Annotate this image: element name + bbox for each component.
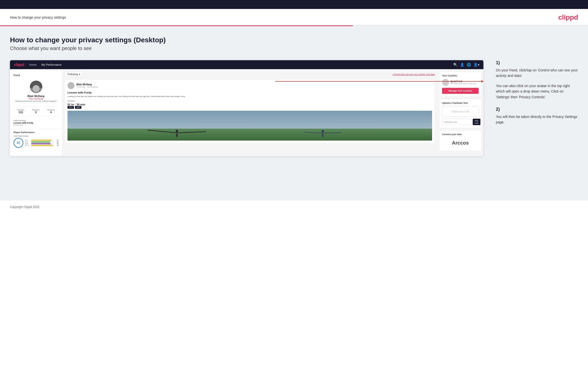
following-label: Following — [67, 73, 78, 76]
coach-club: 📍 Royal North Devon Golf Club — [451, 83, 476, 85]
bar-arg-track — [31, 143, 54, 144]
bar-ott-label: OTT — [25, 139, 30, 141]
pp-label: Player Performance — [13, 131, 59, 134]
footer-copyright: Copyright Clippd 2022 — [10, 205, 40, 209]
lesson-duration-label: Duration — [67, 100, 432, 102]
la-label: Latest Activity — [13, 119, 59, 122]
tpq-row: 92 OTT 90 — [13, 138, 59, 148]
stat-following: Following 4 — [47, 109, 55, 114]
app-screenshot: clippd Home My Performance 🔍 👤 🌐 👤▾ — [10, 60, 483, 156]
nav-my-performance: My Performance — [42, 63, 62, 66]
svg-point-7 — [322, 130, 324, 133]
bar-ott-fill — [31, 140, 52, 141]
tpq-label: Total Player Quality — [13, 135, 59, 137]
bar-arg-label: ARG — [25, 143, 30, 144]
lesson-avatar — [67, 82, 74, 89]
bar-ott-val: 90 — [55, 139, 59, 141]
profile-club: Royal North Devon Golf Club, United King… — [13, 100, 59, 102]
stat-followers-value: 3 — [32, 111, 40, 114]
nav-icons: 🔍 👤 🌐 👤▾ — [453, 63, 479, 67]
svg-point-2 — [176, 133, 178, 137]
lesson-card: Blair McHarg Yesterday · Sunningdale Les… — [65, 79, 435, 143]
stat-activities-label: Activities — [17, 109, 24, 111]
profile-handicap: Plus Handicap — [13, 98, 59, 100]
bar-ott: OTT 90 — [25, 139, 59, 141]
stat-activities: Activities 131 — [17, 109, 24, 114]
app-logo: clippd — [14, 63, 24, 67]
app-sidebar: Feed Blair McHarg Plus Handicap Royal No… — [10, 69, 62, 156]
step1-text: On your Feed, click/tap on 'Control who … — [496, 67, 578, 79]
svg-rect-1 — [67, 129, 432, 141]
app-right-panel: Your Coaches David Ford 📍 Royal North De… — [437, 69, 483, 156]
following-bar: Following ▾ Control who can see your act… — [65, 72, 435, 77]
page-subtitle: Choose what you want people to see — [10, 46, 578, 51]
lesson-title: Lesson with Fordy — [67, 91, 432, 94]
content-layout: clippd Home My Performance 🔍 👤 🌐 👤▾ — [10, 60, 578, 156]
bar-app: APP 85 — [25, 141, 59, 143]
bar-putt-val: 96 — [55, 145, 59, 146]
bar-arg-val: 86 — [55, 143, 59, 144]
bar-arg-fill — [31, 143, 51, 144]
arccos-title: Arccos — [442, 138, 479, 148]
profile-stats: Activities 131 Followers 3 Following 4 — [13, 107, 59, 116]
upload-title: Upload a Trackman Test — [442, 102, 479, 104]
feed-label: Feed — [10, 72, 62, 78]
bar-arg: ARG 86 — [25, 143, 59, 144]
svg-rect-0 — [67, 111, 432, 129]
lesson-author-location: Yesterday · Sunningdale — [76, 86, 98, 88]
lesson-duration-value: 01 hr : 30 min — [67, 103, 432, 106]
manage-coaches-button[interactable]: Manage Your Coaches — [442, 88, 479, 94]
profile-avatar — [30, 81, 42, 93]
main-content: How to change your privacy settings (Des… — [0, 26, 588, 200]
tag-app: APP — [75, 106, 81, 109]
player-performance: Player Performance Total Player Quality … — [10, 129, 62, 150]
bar-putt-track — [31, 145, 54, 146]
coaches-title: Your Coaches — [442, 74, 479, 77]
coach-club-dot: 📍 — [451, 83, 453, 85]
stat-following-value: 4 — [47, 111, 55, 114]
instruction-step1: 1) On your Feed, click/tap on 'Control w… — [496, 60, 578, 100]
tpq-bars: OTT 90 APP — [25, 139, 59, 146]
step1-number: 1) — [496, 60, 578, 65]
tag-ott: OTT — [67, 106, 74, 109]
coach-item: David Ford 📍 Royal North Devon Golf Club — [442, 79, 479, 86]
step2-text: You will then be taken directly to the P… — [496, 114, 578, 125]
tpq-score: 92 — [13, 138, 23, 148]
logo: clippd — [558, 13, 578, 21]
following-button[interactable]: Following ▾ — [65, 72, 83, 77]
instructions-panel: 1) On your Feed, click/tap on 'Control w… — [493, 60, 578, 132]
step2-number: 2) — [496, 107, 578, 112]
lesson-author-name: Blair McHarg — [76, 83, 98, 86]
la-title: Lesson with Fordy — [13, 122, 59, 124]
stat-followers: Followers 3 — [32, 109, 40, 114]
trackman-placeholder: Trackman Link — [442, 106, 479, 117]
coach-club-name: Royal North Devon Golf Club — [453, 83, 476, 85]
control-privacy-link[interactable]: Control who can see your activity and da… — [392, 73, 435, 76]
user-icon: 👤 — [460, 63, 464, 67]
footer: Copyright Clippd 2022 — [0, 200, 588, 213]
app-feed: Following ▾ Control who can see your act… — [62, 69, 437, 156]
header-title: How to change your privacy settings — [10, 15, 66, 19]
chevron-down-icon: ▾ — [79, 73, 80, 76]
trackman-input[interactable] — [442, 119, 472, 125]
golf-scene-svg — [67, 111, 432, 141]
lesson-description: Looking to feel like my hands are exitin… — [67, 95, 432, 98]
stat-following-label: Following — [47, 109, 55, 111]
add-link-button[interactable]: Add Link — [473, 119, 480, 125]
stat-followers-label: Followers — [32, 109, 40, 111]
bar-app-val: 85 — [55, 141, 59, 143]
bar-app-fill — [31, 141, 50, 143]
trackman-input-row: Add Link — [442, 119, 479, 125]
bar-app-label: APP — [25, 141, 30, 143]
step1-extra: You can also click on your avatar in the… — [496, 83, 578, 100]
bar-putt-fill — [31, 145, 53, 146]
coach-avatar — [442, 79, 449, 86]
bar-putt: PUTT 96 — [25, 145, 59, 146]
stat-activities-value: 131 — [17, 111, 24, 114]
connect-title: Connect your data — [442, 133, 479, 136]
app-nav: clippd Home My Performance 🔍 👤 🌐 👤▾ — [10, 60, 483, 69]
globe-icon: 🌐 — [467, 63, 471, 67]
app-body: Feed Blair McHarg Plus Handicap Royal No… — [10, 69, 483, 156]
avatar-icon: 👤▾ — [473, 63, 479, 67]
la-date: 03 Aug 2022 — [13, 124, 59, 126]
